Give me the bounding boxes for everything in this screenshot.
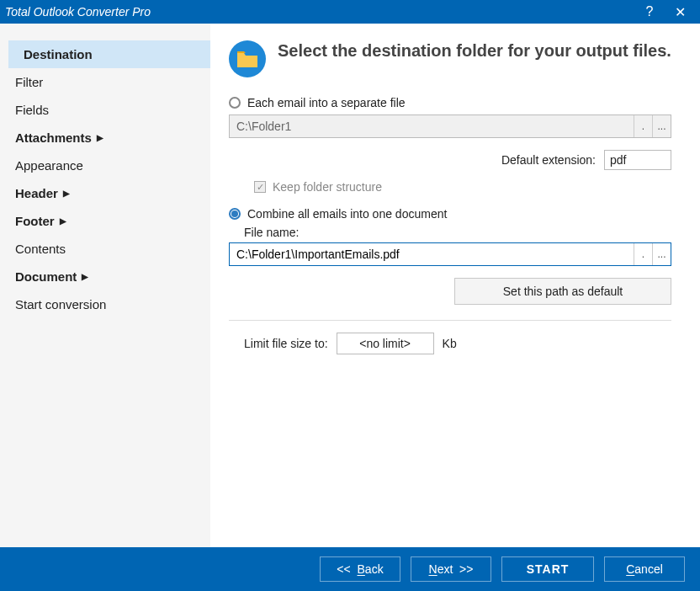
chevron-right-icon: ▶ — [60, 216, 66, 226]
ext-input[interactable]: pdf — [604, 150, 671, 170]
sidebar-item-document[interactable]: Document▶ — [0, 263, 210, 290]
footer-bar: << Back Next >> START Cancel — [0, 547, 700, 591]
back-button[interactable]: << Back — [320, 556, 400, 582]
limit-unit: Kb — [443, 337, 457, 350]
separate-path-value: C:\Folder1 — [230, 115, 634, 137]
set-default-button[interactable]: Set this path as default — [454, 278, 671, 305]
sidebar-item-label: Contents — [15, 242, 66, 256]
checkbox-icon: ✓ — [254, 181, 266, 193]
path-browse-button[interactable]: ... — [652, 243, 671, 265]
cancel-button[interactable]: Cancel — [604, 556, 685, 582]
sidebar-item-label: Appearance — [15, 158, 83, 173]
chevron-right-icon: ▶ — [82, 272, 88, 281]
sidebar-item-label: Document — [15, 269, 77, 284]
path-parent-button[interactable]: . — [634, 115, 652, 137]
sidebar-item-fields[interactable]: Fields — [0, 96, 210, 124]
sidebar-item-destination[interactable]: Destination — [8, 40, 210, 68]
sidebar: DestinationFilterFieldsAttachments▶Appea… — [0, 24, 210, 547]
sidebar-item-filter[interactable]: Filter — [0, 68, 210, 96]
path-browse-button[interactable]: ... — [652, 115, 671, 137]
ext-label: Default extension: — [501, 153, 596, 167]
radio-icon — [229, 97, 241, 109]
folder-icon — [229, 40, 266, 77]
combine-path-value: C:\Folder1\ImportantEmails.pdf — [230, 243, 634, 265]
filename-label: File name: — [244, 226, 671, 239]
sidebar-item-attachments[interactable]: Attachments▶ — [0, 124, 210, 152]
divider — [229, 320, 671, 321]
sidebar-item-label: Start conversion — [15, 297, 106, 311]
sidebar-item-appearance[interactable]: Appearance — [0, 152, 210, 179]
limit-input[interactable]: <no limit> — [337, 333, 434, 354]
separate-path-input: C:\Folder1 . ... — [229, 114, 671, 138]
radio-icon — [229, 208, 241, 220]
path-parent-button[interactable]: . — [634, 243, 652, 265]
sidebar-item-header[interactable]: Header▶ — [0, 179, 210, 207]
combine-path-input[interactable]: C:\Folder1\ImportantEmails.pdf . ... — [229, 242, 671, 266]
chevron-right-icon: ▶ — [63, 189, 70, 198]
sidebar-item-start-conversion[interactable]: Start conversion — [0, 290, 210, 318]
main-panel: Select the destination folder for your o… — [210, 24, 700, 547]
next-button[interactable]: Next >> — [411, 556, 491, 582]
option-combine-label: Combine all emails into one document — [247, 207, 447, 221]
sidebar-item-footer[interactable]: Footer▶ — [0, 207, 210, 235]
keep-structure-checkbox: ✓ Keep folder structure — [254, 180, 671, 194]
title-bar: Total Outlook Converter Pro ? ✕ — [0, 0, 700, 24]
sidebar-item-label: Destination — [24, 47, 93, 61]
keep-structure-label: Keep folder structure — [273, 180, 382, 194]
option-separate-label: Each email into a separate file — [247, 96, 406, 109]
sidebar-item-label: Fields — [15, 103, 49, 117]
sidebar-item-contents[interactable]: Contents — [0, 235, 210, 263]
sidebar-item-label: Footer — [15, 214, 55, 228]
sidebar-item-label: Header — [15, 186, 58, 200]
window-title: Total Outlook Converter Pro — [5, 5, 634, 19]
close-icon[interactable]: ✕ — [665, 0, 695, 24]
option-separate[interactable]: Each email into a separate file — [229, 96, 671, 109]
option-combine[interactable]: Combine all emails into one document — [229, 207, 671, 221]
limit-label: Limit file size to: — [244, 337, 328, 350]
sidebar-item-label: Filter — [15, 75, 43, 89]
help-icon[interactable]: ? — [634, 0, 665, 24]
start-button[interactable]: START — [501, 556, 594, 582]
page-title: Select the destination folder for your o… — [278, 40, 671, 61]
chevron-right-icon: ▶ — [97, 133, 103, 142]
sidebar-item-label: Attachments — [15, 130, 92, 145]
